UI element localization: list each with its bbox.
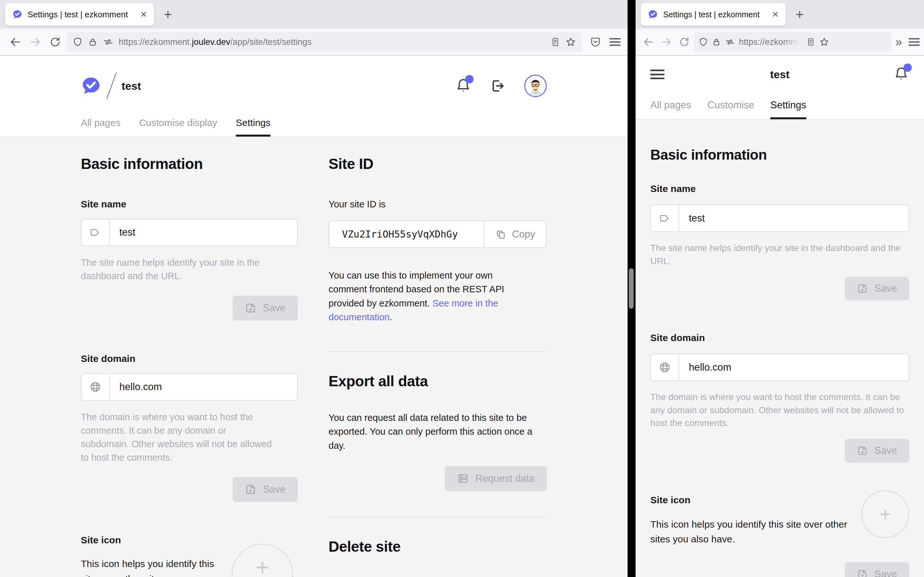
site-name-input-group — [81, 219, 298, 246]
permissions-icon[interactable] — [103, 37, 113, 47]
shield-icon[interactable] — [73, 37, 83, 47]
back-icon[interactable] — [7, 34, 24, 50]
lock-icon[interactable] — [712, 37, 721, 47]
site-domain-input[interactable] — [110, 374, 297, 400]
ezkomment-logo[interactable] — [81, 76, 102, 96]
request-data-button[interactable]: Request data — [445, 466, 547, 491]
bookmark-star-icon[interactable] — [819, 37, 829, 47]
site-domain-input-group — [650, 354, 909, 381]
site-name-input-group — [650, 205, 909, 232]
tab-title: Settings | test | ezkomment — [663, 10, 760, 19]
plus-icon: + — [256, 556, 269, 577]
notification-badge — [903, 63, 912, 72]
site-name-help: The site name helps identify your site i… — [650, 242, 909, 268]
site-name-input[interactable] — [110, 219, 297, 245]
plus-icon: + — [879, 504, 891, 524]
save-site-name-button[interactable]: Save — [845, 277, 909, 300]
lock-icon[interactable] — [88, 37, 97, 47]
favicon-ezkomment — [12, 9, 23, 19]
browser-window-left: Settings | test | ezkomment ✕ + https://… — [0, 0, 628, 577]
basic-information-heading: Basic information — [650, 147, 909, 163]
permissions-icon[interactable] — [725, 37, 735, 47]
site-icon-upload-button[interactable]: + upload — [232, 544, 293, 577]
tab-all-pages[interactable]: All pages — [650, 99, 691, 119]
save-site-domain-button[interactable]: Save — [845, 439, 909, 463]
site-header: test All pag — [0, 56, 628, 137]
site-id-group: Copy — [328, 221, 547, 248]
menu-icon[interactable] — [909, 38, 919, 46]
tab-customise-display[interactable]: Customise display — [139, 117, 217, 137]
settings-column-basic: Basic information Site name The site nam… — [81, 155, 298, 577]
site-icon-upload-button[interactable]: + — [861, 490, 909, 538]
tab-customise[interactable]: Customise — [708, 99, 754, 119]
scrollbar-thumb[interactable] — [629, 268, 634, 309]
browser-tab[interactable]: Settings | test | ezkomment ✕ — [5, 3, 154, 26]
browser-toolbar: https://ezkomme » — [636, 29, 924, 56]
site-icon-description: This icon helps you identify this site o… — [650, 517, 856, 547]
logout-button[interactable] — [489, 78, 506, 94]
url-bar[interactable]: https://ezkomment.joulev.dev/app/site/te… — [67, 32, 582, 52]
tab-close-icon[interactable]: ✕ — [140, 10, 147, 19]
browser-window-right: Settings | test | ezkomment ✕ + https://… — [636, 0, 924, 577]
basic-information-heading: Basic information — [81, 155, 298, 172]
save-site-name-button[interactable]: Save — [233, 295, 298, 321]
page-tab-bar: All pages Customise display Settings — [81, 117, 547, 137]
site-header: test All pages Customise Settings — [636, 56, 924, 120]
tag-icon — [651, 205, 679, 231]
site-id-paragraph: You can use this to implement your own c… — [328, 269, 524, 324]
reload-icon[interactable] — [47, 34, 63, 50]
site-name-label: Site name — [650, 183, 909, 194]
user-avatar[interactable] — [524, 75, 547, 97]
site-domain-help: The domain is where you want to host the… — [81, 410, 273, 464]
tab-strip: Settings | test | ezkomment ✕ + — [0, 0, 628, 29]
site-domain-input-group — [81, 373, 298, 401]
url-text[interactable]: https://ezkomment.joulev.dev/app/site/te… — [119, 37, 312, 47]
settings-column-advanced: Site ID Your site ID is Copy You can use… — [328, 155, 547, 577]
favicon-ezkomment — [648, 9, 658, 19]
tab-settings[interactable]: Settings — [236, 117, 270, 137]
url-text[interactable]: https://ezkomme — [739, 37, 803, 47]
globe-icon — [81, 374, 110, 400]
new-tab-button[interactable]: + — [164, 6, 172, 23]
bookmark-star-icon[interactable] — [565, 37, 576, 47]
back-icon[interactable] — [640, 34, 657, 50]
delete-site-heading: Delete site — [328, 538, 547, 555]
tab-all-pages[interactable]: All pages — [81, 117, 120, 137]
reader-mode-icon[interactable] — [806, 37, 815, 47]
overflow-chevrons-icon[interactable]: » — [895, 35, 902, 49]
tab-settings[interactable]: Settings — [771, 99, 806, 119]
reload-icon[interactable] — [676, 34, 693, 50]
site-icon-description: This icon helps you identify this site o… — [81, 556, 219, 577]
save-site-domain-button[interactable]: Save — [233, 477, 298, 502]
reader-mode-icon[interactable] — [551, 37, 560, 47]
browser-toolbar: https://ezkomment.joulev.dev/app/site/te… — [0, 29, 628, 56]
pocket-icon[interactable] — [590, 36, 601, 48]
menu-icon[interactable] — [610, 38, 620, 46]
mobile-menu-icon[interactable] — [650, 69, 664, 79]
page-right: test All pages Customise Settings Basic … — [636, 56, 924, 577]
site-name-input[interactable] — [679, 205, 909, 231]
site-id-heading: Site ID — [328, 155, 547, 172]
tag-icon — [81, 219, 110, 245]
notifications-button[interactable] — [894, 66, 909, 83]
forward-icon[interactable] — [27, 34, 44, 50]
page-tab-bar: All pages Customise Settings — [650, 99, 909, 119]
tab-title: Settings | test | ezkomment — [27, 10, 128, 19]
site-title: test — [121, 80, 141, 92]
site-domain-input[interactable] — [679, 354, 909, 380]
export-heading: Export all data — [328, 372, 547, 390]
url-bar[interactable]: https://ezkomme — [694, 32, 892, 52]
save-site-icon-button[interactable]: Save — [845, 562, 909, 577]
site-domain-help: The domain is where you want to host the… — [650, 391, 909, 430]
browser-tab[interactable]: Settings | test | ezkomment ✕ — [641, 3, 786, 26]
shield-icon[interactable] — [698, 37, 708, 47]
new-tab-button[interactable]: + — [795, 6, 804, 23]
site-id-value[interactable] — [329, 221, 484, 247]
tab-close-icon[interactable]: ✕ — [772, 10, 779, 19]
copy-site-id-button[interactable]: Copy — [484, 221, 546, 247]
export-paragraph: You can request all data related to this… — [328, 411, 543, 453]
notifications-button[interactable] — [456, 77, 471, 94]
forward-icon[interactable] — [658, 34, 675, 50]
section-divider — [328, 351, 547, 352]
breadcrumb-slash — [106, 73, 117, 99]
